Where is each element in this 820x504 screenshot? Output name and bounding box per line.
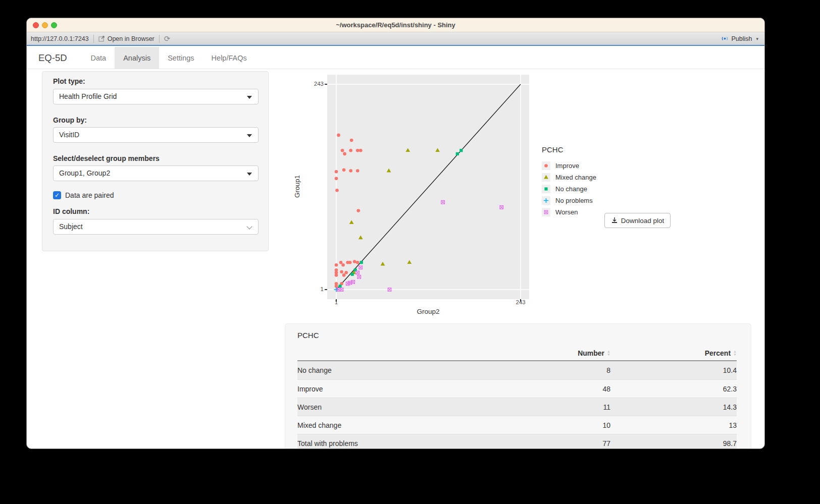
- tick-mark: [325, 84, 327, 85]
- publish-button[interactable]: Publish ▾: [721, 35, 764, 42]
- group-by-value: VisitID: [59, 131, 79, 139]
- legend-key-icon: [542, 208, 550, 216]
- legend-item-label: Mixed change: [555, 174, 596, 181]
- row-percent-value: 13: [610, 421, 737, 429]
- table-row: Total with problems 77 98.7: [297, 434, 737, 449]
- legend-item: Worsen: [542, 206, 596, 218]
- toolbar-divider: [93, 35, 94, 43]
- publish-caret-icon: ▾: [756, 36, 758, 41]
- id-column-select[interactable]: Subject: [53, 219, 259, 235]
- download-plot-button[interactable]: Download plot: [604, 213, 671, 228]
- titlebar: ~/workspace/R/eq5d/inst/shiny - Shiny: [27, 18, 764, 32]
- id-column-label: ID column:: [53, 207, 89, 215]
- row-number-value: 48: [489, 385, 610, 393]
- row-percent-value: 10.4: [610, 366, 737, 374]
- table-row: Improve 48 62.3: [297, 379, 737, 398]
- legend-item-label: Improve: [555, 162, 579, 170]
- table-row: No change 8 10.4: [297, 361, 737, 379]
- table-row: Worsen 11 14.3: [297, 398, 737, 416]
- row-label: Mixed change: [297, 421, 489, 429]
- legend-item-label: No change: [555, 185, 587, 193]
- chevron-down-icon: [247, 134, 252, 137]
- legend-item: Mixed change: [542, 172, 596, 183]
- paired-checkbox-row: ✓ Data are paired: [53, 191, 114, 199]
- legend-key-icon: [542, 185, 550, 193]
- group-members-label: Select/deselect group members: [53, 154, 160, 162]
- legend-title: PCHC: [542, 145, 596, 154]
- chevron-down-icon: [247, 173, 252, 176]
- row-number-value: 11: [489, 403, 610, 411]
- tab-analysis[interactable]: Analysis: [115, 47, 159, 69]
- column-header-percent[interactable]: Percent ▲▼: [610, 349, 737, 357]
- group-members-value: Group1, Group2: [59, 169, 110, 177]
- legend-item: Improve: [542, 160, 596, 172]
- shiny-app-window: ~/workspace/R/eq5d/inst/shiny - Shiny ht…: [26, 18, 765, 449]
- plot-type-label: Plot type:: [53, 77, 85, 85]
- row-label: No change: [297, 366, 489, 374]
- sort-icon[interactable]: ▲▼: [607, 350, 610, 356]
- pchc-table-card: PCHC Number ▲▼ Percent ▲▼ No change 8 10…: [285, 323, 751, 449]
- row-percent-value: 62.3: [610, 385, 737, 393]
- open-in-browser-icon: [98, 35, 105, 42]
- health-profile-grid-panel: [327, 75, 529, 299]
- plot-legend: PCHC Improve Mixed change No change No p…: [542, 145, 596, 218]
- row-label: Worsen: [297, 403, 489, 411]
- column-header-number[interactable]: Number ▲▼: [489, 349, 610, 357]
- legend-key-icon: [542, 196, 550, 205]
- table-header-row: Number ▲▼ Percent ▲▼: [297, 346, 737, 361]
- id-column-value: Subject: [59, 222, 83, 231]
- data-are-paired-label: Data are paired: [65, 191, 114, 199]
- publish-label: Publish: [731, 35, 752, 42]
- y-axis-tick-label: 243: [303, 81, 324, 87]
- chevron-down-icon: [246, 223, 252, 229]
- legend-key-icon: [542, 173, 550, 182]
- tab-data[interactable]: Data: [82, 47, 115, 69]
- legend-item: No change: [542, 183, 596, 195]
- data-are-paired-checkbox[interactable]: ✓: [53, 191, 61, 199]
- screenshot-stage: ~/workspace/R/eq5d/inst/shiny - Shiny ht…: [0, 0, 820, 504]
- row-label: Improve: [297, 385, 489, 393]
- plot-type-select[interactable]: Health Profile Grid: [53, 89, 259, 104]
- download-plot-label: Download plot: [621, 217, 664, 225]
- app-navbar: EQ-5D Data Analysis Settings Help/FAQs: [27, 47, 764, 69]
- legend-key-icon: [542, 161, 550, 170]
- group-by-label: Group by:: [53, 116, 87, 124]
- window-title: ~/workspace/R/eq5d/inst/shiny - Shiny: [27, 18, 764, 32]
- tick-mark: [520, 299, 521, 302]
- row-percent-value: 14.3: [610, 403, 737, 411]
- viewer-toolbar: http://127.0.0.1:7243 Open in Browser ⟳ …: [27, 32, 764, 46]
- pchc-table-title: PCHC: [297, 331, 319, 340]
- tab-settings[interactable]: Settings: [159, 47, 202, 69]
- sort-icon[interactable]: ▲▼: [733, 350, 737, 356]
- row-number-value: 8: [489, 366, 610, 374]
- open-in-browser-button[interactable]: Open in Browser: [98, 35, 155, 42]
- table-body: No change 8 10.4 Improve 48 62.3 Worsen …: [297, 361, 737, 449]
- legend-item-label: Worsen: [555, 208, 578, 216]
- url-text: http://127.0.0.1:7243: [31, 35, 89, 42]
- column-header-number-label: Number: [578, 349, 604, 357]
- column-header-percent-label: Percent: [705, 349, 731, 357]
- legend-rows: Improve Mixed change No change No proble…: [542, 160, 596, 218]
- row-number-value: 10: [489, 421, 610, 429]
- tick-mark: [336, 299, 337, 302]
- tab-help-faqs[interactable]: Help/FAQs: [203, 47, 255, 69]
- plot-type-value: Health Profile Grid: [59, 92, 117, 100]
- refresh-icon[interactable]: ⟳: [164, 34, 171, 43]
- toolbar-divider: [159, 35, 160, 43]
- tick-mark: [325, 289, 327, 290]
- legend-item: No problems: [542, 195, 596, 206]
- group-members-select[interactable]: Group1, Group2: [53, 165, 259, 181]
- chevron-down-icon: [247, 96, 252, 99]
- row-percent-value: 98.7: [610, 439, 737, 447]
- group-by-select[interactable]: VisitID: [53, 127, 259, 143]
- y-axis-title: Group1: [293, 172, 301, 202]
- app-brand: EQ-5D: [27, 47, 82, 69]
- publish-icon: [721, 35, 729, 42]
- open-in-browser-label: Open in Browser: [108, 35, 155, 42]
- row-number-value: 77: [489, 439, 610, 447]
- x-axis-title: Group2: [327, 308, 529, 315]
- pchc-table: Number ▲▼ Percent ▲▼ No change 8 10.4 Im…: [297, 346, 737, 449]
- y-axis-tick-label: 1: [303, 286, 324, 292]
- table-row: Mixed change 10 13: [297, 416, 737, 434]
- row-label: Total with problems: [297, 439, 489, 447]
